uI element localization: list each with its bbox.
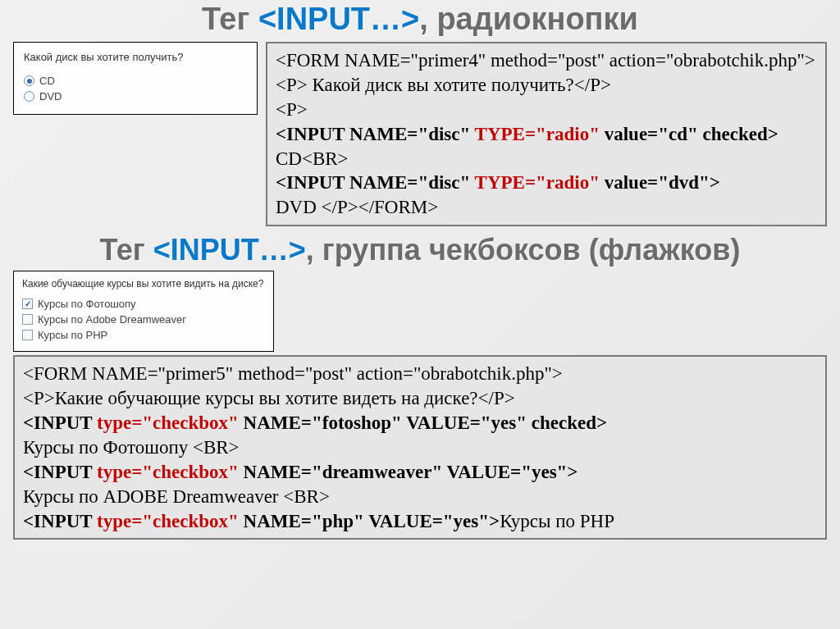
checkbox-option-1[interactable]: Курсы по Фотошопу: [22, 298, 265, 310]
heading-suffix: , радиокнопки: [419, 2, 638, 36]
code-line: <INPUT NAME="disc" TYPE="radio" value="c…: [276, 122, 817, 147]
radio-label-cd: CD: [39, 75, 55, 87]
code-line: DVD </P></FORM>: [276, 195, 817, 220]
checkbox-option-3[interactable]: Курсы по PHP: [22, 329, 265, 341]
heading-tag: <INPUT…>: [258, 2, 419, 36]
radio-icon[interactable]: [24, 91, 34, 102]
code-line: <P>: [276, 98, 817, 122]
slide: Тег <INPUT…>, радиокнопки Какой диск вы …: [0, 2, 840, 629]
checkbox-label: Курсы по PHP: [38, 329, 107, 341]
code-line: <FORM NAME="primer5" method="post" actio…: [23, 362, 817, 386]
code-line: <INPUT type="checkbox" NAME="fotoshop" V…: [23, 411, 817, 435]
checkbox-question: Какие обучающие курсы вы хотите видить н…: [22, 278, 265, 289]
heading-tag: <INPUT…>: [153, 233, 306, 267]
code-line: <INPUT type="checkbox" NAME="php" VALUE=…: [23, 509, 817, 534]
checkbox-icon[interactable]: [22, 330, 33, 340]
heading-prefix: Тег: [100, 233, 153, 267]
code-line: <INPUT type="checkbox" NAME="dreamweaver…: [23, 460, 817, 485]
checkbox-code-box: <FORM NAME="primer5" method="post" actio…: [13, 355, 827, 540]
radio-label-dvd: DVD: [39, 90, 62, 103]
radio-render-box: Какой диск вы хотите получить? CD DVD: [13, 42, 258, 115]
radio-option-dvd[interactable]: DVD: [24, 90, 247, 103]
checkbox-label: Курсы по Adobe Dreamweaver: [38, 313, 186, 326]
code-line: Курсы по Фотошопу <BR>: [23, 435, 817, 460]
code-line: <P>Какие обучающие курсы вы хотите видет…: [23, 386, 817, 411]
radio-code-box: <FORM NAME="primer4" method="post" actio…: [266, 42, 827, 226]
heading-checkbox: Тег <INPUT…>, группа чекбоксов (флажков): [0, 233, 840, 267]
code-line: Курсы по ADOBE Dreamweaver <BR>: [23, 485, 817, 509]
code-line: CD<BR>: [276, 147, 817, 171]
checkbox-icon-checked[interactable]: [22, 299, 33, 309]
code-line: <INPUT NAME="disc" TYPE="radio" value="d…: [276, 171, 817, 195]
radio-row: Какой диск вы хотите получить? CD DVD <F…: [0, 42, 840, 226]
radio-option-cd[interactable]: CD: [24, 75, 247, 87]
code-line: <FORM NAME="primer4" method="post" actio…: [276, 48, 817, 73]
heading-radio: Тег <INPUT…>, радиокнопки: [0, 2, 840, 37]
checkbox-render-box: Какие обучающие курсы вы хотите видить н…: [13, 271, 274, 352]
code-line: <P> Какой диск вы хотите получить?</P>: [276, 73, 817, 98]
heading-prefix: Тег: [202, 2, 258, 36]
checkbox-option-2[interactable]: Курсы по Adobe Dreamweaver: [22, 313, 265, 326]
checkbox-icon[interactable]: [22, 314, 33, 325]
checkbox-label: Курсы по Фотошопу: [38, 298, 136, 310]
radio-question: Какой диск вы хотите получить?: [24, 51, 247, 63]
radio-icon-checked[interactable]: [24, 75, 34, 86]
heading-suffix: , группа чекбоксов (флажков): [306, 233, 741, 267]
